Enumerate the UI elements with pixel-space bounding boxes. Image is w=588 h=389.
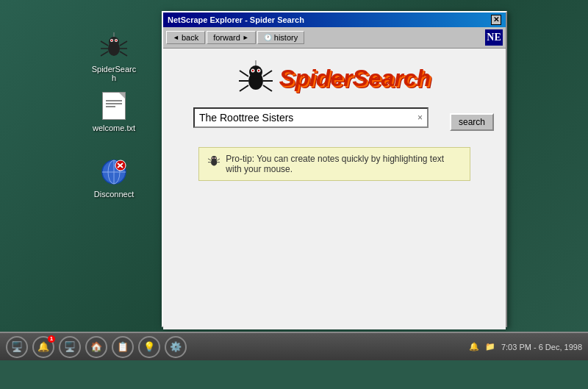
taskbar-right: 🔔 📁 7:03 PM - 6 Dec, 1998: [469, 342, 582, 351]
svg-point-5: [115, 40, 117, 41]
desktop: SpiderSearch welcome.txt: [0, 0, 588, 360]
history-clock-icon: 🕐: [264, 34, 272, 41]
welcome-file-icon: [99, 91, 129, 121]
protip-box: Pro-tip: You can create notes quickly by…: [198, 147, 470, 181]
taskbar-icon-0[interactable]: 🖥️: [6, 336, 28, 358]
svg-point-34: [211, 156, 216, 161]
svg-line-39: [208, 159, 211, 160]
taskbar-bell-icon: 🔔: [469, 342, 479, 351]
svg-point-38: [215, 157, 215, 158]
back-button[interactable]: ◄ back: [166, 31, 205, 44]
taskbar-icon-2[interactable]: 🖥️: [59, 336, 81, 358]
disconnect-label: Disconnect: [94, 190, 134, 199]
svg-line-11: [120, 51, 127, 56]
browser-window: NetScrape Explorer - Spider Search ✕ ◄ b…: [162, 11, 507, 327]
forward-label: forward: [213, 33, 240, 42]
history-label: history: [274, 33, 298, 42]
taskbar-icon-5[interactable]: 💡: [138, 336, 160, 358]
spider-header: SpiderSearch: [175, 60, 494, 96]
taskbar-icon-3[interactable]: 🏠: [85, 336, 107, 358]
svg-point-25: [258, 70, 259, 71]
back-arrow-icon: ◄: [173, 34, 179, 41]
browser-content: SpiderSearch × search: [163, 49, 506, 329]
svg-point-21: [249, 65, 262, 79]
forward-arrow-icon: ►: [243, 34, 249, 41]
svg-line-6: [101, 41, 108, 46]
protip-text: Pro-tip: You can create notes quickly by…: [226, 154, 461, 174]
spider-logo-icon: [238, 60, 273, 96]
svg-line-8: [101, 51, 108, 56]
close-button[interactable]: ✕: [491, 15, 501, 25]
title-bar: NetScrape Explorer - Spider Search ✕: [163, 13, 506, 27]
taskbar-icon-6[interactable]: ⚙️: [165, 336, 187, 358]
history-button[interactable]: 🕐 history: [257, 31, 304, 44]
taskbar: 🖥️ 🔔 1 🖥️ 🏠 📋 💡 ⚙️ 🔔 📁 7:03 PM - 6 Dec, …: [0, 332, 588, 360]
svg-point-24: [252, 70, 254, 71]
spidersearch-label: SpiderSearch: [91, 65, 137, 82]
desktop-icon-spidersearch[interactable]: SpiderSearch: [88, 29, 140, 85]
back-label: back: [182, 33, 198, 42]
search-input[interactable]: [198, 110, 413, 125]
protip-spider-icon: [208, 154, 220, 168]
taskbar-icon-1[interactable]: 🔔 1: [32, 336, 54, 358]
site-title: SpiderSearch: [279, 65, 431, 92]
search-form: × search: [175, 107, 494, 137]
svg-point-1: [109, 37, 119, 47]
forward-button[interactable]: forward ►: [207, 31, 256, 44]
spidersearch-icon: [99, 32, 129, 62]
search-bar-container: ×: [193, 107, 429, 128]
desktop-icon-welcome[interactable]: welcome.txt: [88, 88, 140, 135]
taskbar-clock: 7:03 PM - 6 Dec, 1998: [501, 343, 582, 351]
svg-line-29: [263, 71, 272, 76]
disconnect-icon: [99, 157, 129, 187]
toolbar: ◄ back forward ► 🕐 history NE: [163, 27, 506, 49]
svg-point-37: [212, 157, 213, 158]
svg-point-4: [111, 40, 112, 41]
desktop-icon-disconnect[interactable]: Disconnect: [88, 154, 140, 201]
svg-line-28: [240, 85, 248, 91]
taskbar-icon-4[interactable]: 📋: [112, 336, 134, 358]
taskbar-icons: 🖥️ 🔔 1 🖥️ 🏠 📋 💡 ⚙️: [6, 336, 187, 358]
window-title: NetScrape Explorer - Spider Search: [168, 15, 304, 24]
svg-line-9: [120, 41, 127, 46]
search-button[interactable]: search: [450, 113, 494, 131]
welcome-label: welcome.txt: [93, 124, 135, 132]
search-clear-button[interactable]: ×: [416, 113, 424, 123]
taskbar-folder-icon: 📁: [485, 342, 495, 351]
svg-line-41: [217, 159, 220, 160]
svg-line-31: [263, 85, 272, 91]
ne-logo: NE: [485, 29, 503, 46]
svg-line-26: [240, 71, 248, 76]
